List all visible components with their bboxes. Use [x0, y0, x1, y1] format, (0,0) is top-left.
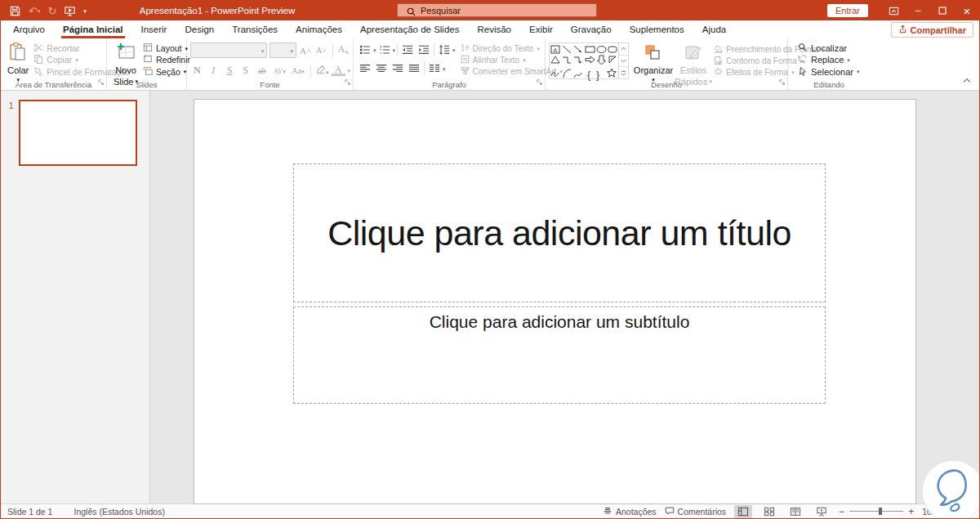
strikethrough-button[interactable]: ab [255, 66, 269, 75]
zoom-level[interactable]: 100% [922, 507, 944, 517]
subtitle-placeholder[interactable]: Clique para adicionar um subtítulo [293, 306, 826, 404]
maximize-button[interactable] [930, 1, 955, 20]
shape-brace-left[interactable]: { [587, 69, 590, 81]
section-button[interactable]: Seção ▾ [143, 66, 190, 78]
shape-corner[interactable] [609, 56, 616, 63]
bullets-button[interactable] [357, 43, 373, 57]
undo-icon[interactable]: ↶▾ [29, 6, 40, 16]
decrease-indent-button[interactable] [399, 43, 416, 57]
shape-brace-right[interactable]: } [596, 69, 599, 81]
clipboard-dialog-launcher-icon[interactable] [98, 74, 105, 89]
font-color-button[interactable]: A [332, 65, 345, 77]
shape-line-arrow[interactable] [574, 46, 581, 52]
slide-sorter-view-button[interactable] [760, 505, 778, 518]
shape-block-arrow-down[interactable] [598, 56, 606, 65]
shape-triangle[interactable] [551, 56, 559, 63]
shape-rectangle[interactable] [586, 47, 595, 52]
shapes-more-icon[interactable] [619, 66, 628, 78]
paste-button[interactable]: Colar ▾ [4, 41, 32, 79]
tab-exibir[interactable]: Exibir [520, 20, 562, 38]
shape-textbox[interactable]: A [551, 46, 559, 53]
shape-arc[interactable] [564, 69, 571, 78]
shape-elbow-connector[interactable] [563, 57, 571, 63]
zoom-out-icon[interactable]: − [839, 506, 844, 517]
zoom-slider-track[interactable] [849, 511, 903, 512]
shape-block-arrow-right[interactable] [586, 56, 595, 63]
fit-slide-to-window-icon[interactable] [952, 505, 963, 517]
shape-curve[interactable] [574, 73, 581, 78]
normal-view-button[interactable] [734, 505, 752, 518]
clear-formatting-button[interactable]: A✎ [337, 43, 350, 56]
zoom-slider[interactable]: − + [839, 506, 914, 517]
font-size-combo[interactable]: ▾ [270, 43, 296, 58]
comments-toggle[interactable]: Comentários [665, 506, 727, 517]
shape-oval[interactable] [597, 47, 606, 53]
tab-transicoes[interactable]: Transições [223, 20, 287, 38]
align-left-button[interactable] [357, 61, 373, 76]
share-button[interactable]: Compartilhar [891, 22, 973, 38]
zoom-in-icon[interactable]: + [908, 506, 914, 517]
save-icon[interactable] [9, 5, 21, 17]
slide[interactable]: Clique para adicionar um título Clique p… [194, 99, 916, 504]
tab-arquivo[interactable]: Arquivo [4, 20, 54, 38]
columns-button[interactable] [426, 61, 443, 76]
sign-in-button[interactable]: Entrar [827, 4, 868, 17]
tab-apresentacao-de-slides[interactable]: Apresentação de Slides [351, 20, 468, 38]
underline-button[interactable]: S [223, 65, 237, 77]
tab-suplementos[interactable]: Suplementos [621, 20, 693, 38]
align-right-button[interactable] [390, 61, 406, 76]
new-slide-button[interactable]: Novo Slide▾ [110, 41, 141, 79]
tab-design[interactable]: Design [176, 20, 223, 38]
paragraph-dialog-launcher-icon[interactable] [537, 74, 543, 89]
layout-button[interactable]: Layout ▾ [143, 43, 190, 54]
justify-button[interactable] [406, 61, 422, 76]
tab-animacoes[interactable]: Animações [287, 20, 351, 38]
arrange-button[interactable]: Organizar ▾ [632, 43, 675, 79]
start-slideshow-icon[interactable] [64, 5, 76, 17]
quick-styles-button[interactable]: Estilos Rápidos▾ [675, 43, 712, 79]
drawing-dialog-launcher-icon[interactable] [779, 74, 786, 89]
tab-inserir[interactable]: Inserir [132, 20, 176, 38]
italic-button[interactable]: I [207, 65, 220, 77]
find-button[interactable]: Localizar [798, 43, 867, 54]
increase-indent-button[interactable] [416, 43, 432, 57]
grow-font-button[interactable]: A˄ [299, 46, 312, 56]
shape-star[interactable] [608, 69, 617, 77]
text-shadow-button[interactable]: S [239, 65, 253, 77]
slideshow-view-button[interactable] [813, 505, 831, 518]
font-dialog-launcher-icon[interactable] [345, 74, 351, 89]
slide-thumbnail-panel[interactable]: 1 [1, 91, 150, 503]
shape-line[interactable] [563, 46, 571, 53]
replace-button[interactable]: bc Replace ▾ [798, 54, 867, 65]
minimize-button[interactable]: – [906, 1, 930, 20]
change-case-button[interactable]: Aa▾ [290, 66, 306, 75]
language-indicator[interactable]: Inglês (Estados Unidos) [74, 507, 164, 517]
search-box[interactable] [397, 3, 597, 17]
collapse-ribbon-icon[interactable] [963, 72, 971, 87]
line-spacing-button[interactable] [436, 43, 452, 57]
shrink-font-button[interactable]: A˅ [314, 46, 327, 55]
tab-ajuda[interactable]: Ajuda [693, 20, 735, 38]
font-name-combo[interactable]: ▾ [190, 43, 267, 58]
numbering-button[interactable] [376, 43, 393, 57]
tab-pagina-inicial[interactable]: Página Inicial [54, 20, 132, 38]
character-spacing-button[interactable]: AV▾ [271, 67, 287, 75]
shapes-scroll-up-icon[interactable] [619, 43, 628, 55]
title-placeholder[interactable]: Clique para adicionar um título [293, 163, 826, 302]
tab-gravacao[interactable]: Gravação [562, 20, 621, 38]
highlight-color-button[interactable]: ▾ [315, 64, 329, 78]
reset-button[interactable]: Redefinir [143, 54, 190, 65]
select-button[interactable]: Selecionar ▾ [798, 66, 867, 78]
ribbon-display-options-icon[interactable] [881, 1, 906, 20]
reading-view-button[interactable] [786, 505, 804, 518]
tab-revisao[interactable]: Revisão [468, 20, 520, 38]
slide-thumbnail[interactable] [19, 100, 137, 166]
search-input[interactable] [421, 6, 568, 16]
align-center-button[interactable] [373, 61, 390, 76]
notes-toggle[interactable]: Anotações [603, 506, 657, 517]
shapes-scroll-down-icon[interactable] [619, 55, 628, 67]
slide-canvas[interactable]: Clique para adicionar um título Clique p… [150, 91, 979, 503]
bold-button[interactable]: N [190, 65, 204, 77]
customize-qat-icon[interactable]: ▾ [83, 8, 87, 14]
close-button[interactable]: × [955, 1, 979, 20]
